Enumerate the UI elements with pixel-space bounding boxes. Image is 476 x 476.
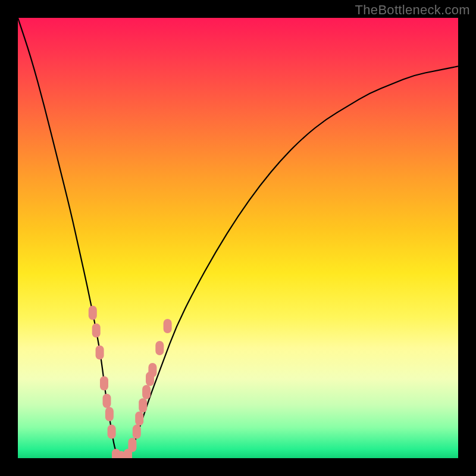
marker-group xyxy=(89,306,172,458)
plot-area xyxy=(18,18,458,458)
curve-marker xyxy=(128,438,136,452)
curve-marker xyxy=(103,394,111,408)
curve-layer xyxy=(18,18,458,458)
curve-marker xyxy=(100,376,108,390)
curve-marker xyxy=(164,319,172,333)
chart-frame: TheBottleneck.com xyxy=(0,0,476,476)
curve-marker xyxy=(108,425,116,439)
curve-marker xyxy=(96,345,104,359)
curve-marker xyxy=(133,425,141,439)
curve-marker xyxy=(142,385,151,399)
bottleneck-curve xyxy=(18,18,458,458)
curve-marker xyxy=(92,323,101,337)
curve-marker xyxy=(105,407,114,421)
curve-marker xyxy=(148,363,156,377)
watermark-label: TheBottleneck.com xyxy=(355,2,470,18)
curve-marker xyxy=(139,398,147,412)
curve-marker xyxy=(89,306,97,320)
curve-marker xyxy=(155,341,164,355)
curve-marker xyxy=(135,411,143,425)
